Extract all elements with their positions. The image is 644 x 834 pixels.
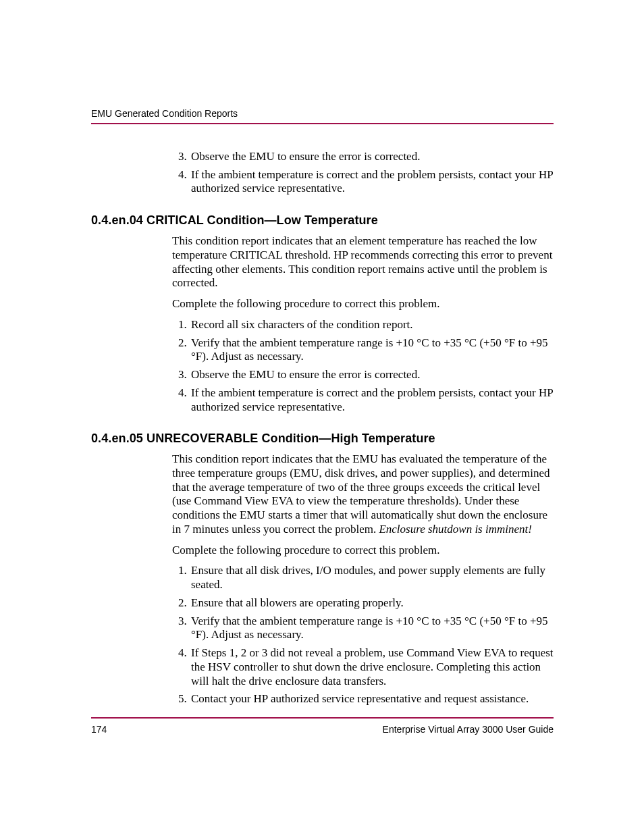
section-body: This condition report indicates that the… — [172, 452, 554, 706]
section-heading: 0.4.en.05 UNRECOVERABLE Condition—High T… — [91, 432, 554, 446]
list-item: If the ambient temperature is correct an… — [190, 386, 554, 414]
body-paragraph: This condition report indicates that an … — [172, 234, 554, 290]
list-item: If Steps 1, 2 or 3 did not reveal a prob… — [190, 646, 554, 688]
running-head: EMU Generated Condition Reports — [91, 108, 554, 119]
list-item: Ensure that all disk drives, I/O modules… — [190, 564, 554, 592]
doc-title: Enterprise Virtual Array 3000 User Guide — [383, 724, 554, 735]
body-paragraph: This condition report indicates that the… — [172, 452, 554, 536]
list-item: Observe the EMU to ensure the error is c… — [190, 368, 554, 382]
body-paragraph: Complete the following procedure to corr… — [172, 544, 554, 558]
procedure-list: Record all six characters of the conditi… — [172, 318, 554, 414]
list-item: Contact your HP authorized service repre… — [190, 692, 554, 706]
list-item: Verify that the ambient temperature rang… — [190, 336, 554, 364]
list-item: Verify that the ambient temperature rang… — [190, 615, 554, 642]
section-heading: 0.4.en.04 CRITICAL Condition—Low Tempera… — [91, 213, 554, 228]
section-body: This condition report indicates that an … — [172, 234, 554, 414]
emphasis-text: Enclosure shutdown is imminent! — [379, 523, 532, 536]
procedure-list: Ensure that all disk drives, I/O modules… — [172, 564, 554, 706]
list-item: If the ambient temperature is correct an… — [190, 168, 554, 196]
body-paragraph: Complete the following procedure to corr… — [172, 297, 554, 311]
page-footer: 174 Enterprise Virtual Array 3000 User G… — [91, 717, 554, 735]
continued-list-block: Observe the EMU to ensure the error is c… — [172, 150, 554, 196]
continued-list: Observe the EMU to ensure the error is c… — [172, 150, 554, 196]
footer-line: 174 Enterprise Virtual Array 3000 User G… — [91, 724, 554, 735]
list-item: Record all six characters of the conditi… — [190, 318, 554, 332]
page-number: 174 — [91, 724, 107, 735]
page-content: EMU Generated Condition Reports Observe … — [91, 108, 554, 710]
header-rule — [91, 123, 554, 124]
footer-rule — [91, 717, 554, 719]
list-item: Observe the EMU to ensure the error is c… — [190, 150, 554, 164]
list-item: Ensure that all blowers are operating pr… — [190, 596, 554, 610]
